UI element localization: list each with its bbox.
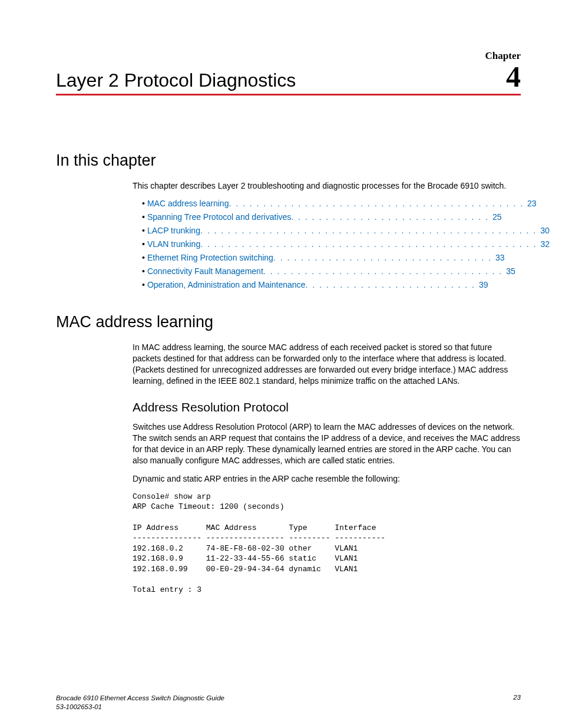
toc-link-vlan-trunking[interactable]: VLAN trunking — [147, 239, 200, 249]
footer-doc-number: 53-1002653-01 — [56, 703, 224, 711]
toc-page[interactable]: 32 — [540, 239, 550, 249]
chapter-number: 4 — [506, 62, 521, 91]
toc-page[interactable]: 25 — [492, 212, 502, 222]
toc-item: • LACP trunking . . . . . . . . . . . . … — [142, 226, 521, 235]
toc-page[interactable]: 33 — [495, 253, 505, 262]
footer-page-number: 23 — [513, 694, 521, 711]
arp-paragraph-1: Switches use Address Resolution Protocol… — [133, 421, 521, 466]
bullet-icon: • — [142, 199, 145, 208]
toc-leader: . . . . . . . . . . . . . . . . . . . . … — [229, 199, 524, 208]
toc-item: • Ethernet Ring Protection switching . .… — [142, 253, 521, 262]
intro-paragraph: This chapter describes Layer 2 troublesh… — [133, 180, 521, 192]
toc-link-lacp-trunking[interactable]: LACP trunking — [147, 226, 200, 235]
toc-item: • MAC address learning . . . . . . . . .… — [142, 199, 521, 208]
toc-list: • MAC address learning . . . . . . . . .… — [142, 199, 521, 289]
page-footer: Brocade 6910 Ethernet Access Switch Diag… — [56, 694, 521, 711]
toc-item: • Connectivity Fault Management . . . . … — [142, 266, 521, 276]
section-mac-address-learning: MAC address learning — [56, 313, 521, 331]
bullet-icon: • — [142, 212, 145, 222]
toc-page[interactable]: 23 — [527, 199, 537, 208]
subsection-arp: Address Resolution Protocol — [133, 400, 521, 414]
toc-link-connectivity-fault[interactable]: Connectivity Fault Management — [147, 266, 263, 276]
footer-doc-title: Brocade 6910 Ethernet Access Switch Diag… — [56, 694, 224, 703]
toc-item: • VLAN trunking . . . . . . . . . . . . … — [142, 239, 521, 249]
console-output: Console# show arp ARP Cache Timeout: 120… — [133, 492, 521, 595]
toc-leader: . . . . . . . . . . . . . . . . . . . . … — [305, 280, 475, 289]
title-row: Layer 2 Protocol Diagnostics 4 — [56, 62, 521, 95]
mac-learning-paragraph: In MAC address learning, the source MAC … — [133, 342, 521, 387]
toc-leader: . . . . . . . . . . . . . . . . . . . . … — [291, 212, 489, 222]
toc-link-oam[interactable]: Operation, Administration and Maintenanc… — [147, 280, 306, 289]
toc-leader: . . . . . . . . . . . . . . . . . . . . … — [200, 239, 537, 249]
toc-link-spanning-tree[interactable]: Spanning Tree Protocol and derivatives — [147, 212, 291, 222]
bullet-icon: • — [142, 253, 145, 262]
toc-link-ethernet-ring[interactable]: Ethernet Ring Protection switching — [147, 253, 273, 262]
toc-leader: . . . . . . . . . . . . . . . . . . . . … — [263, 266, 503, 276]
toc-leader: . . . . . . . . . . . . . . . . . . . . … — [273, 253, 492, 262]
arp-paragraph-2: Dynamic and static ARP entries in the AR… — [133, 473, 521, 485]
bullet-icon: • — [142, 266, 145, 276]
toc-page[interactable]: 35 — [506, 266, 515, 276]
toc-leader: . . . . . . . . . . . . . . . . . . . . … — [200, 226, 537, 235]
toc-page[interactable]: 39 — [479, 280, 488, 289]
chapter-label: Chapter — [56, 50, 521, 62]
toc-page[interactable]: 30 — [540, 226, 550, 235]
toc-item: • Spanning Tree Protocol and derivatives… — [142, 212, 521, 222]
chapter-title: Layer 2 Protocol Diagnostics — [56, 70, 296, 91]
toc-item: • Operation, Administration and Maintena… — [142, 280, 521, 289]
section-in-this-chapter: In this chapter — [56, 151, 521, 170]
toc-link-mac-address-learning[interactable]: MAC address learning — [147, 199, 229, 208]
bullet-icon: • — [142, 226, 145, 235]
bullet-icon: • — [142, 280, 145, 289]
bullet-icon: • — [142, 239, 145, 249]
